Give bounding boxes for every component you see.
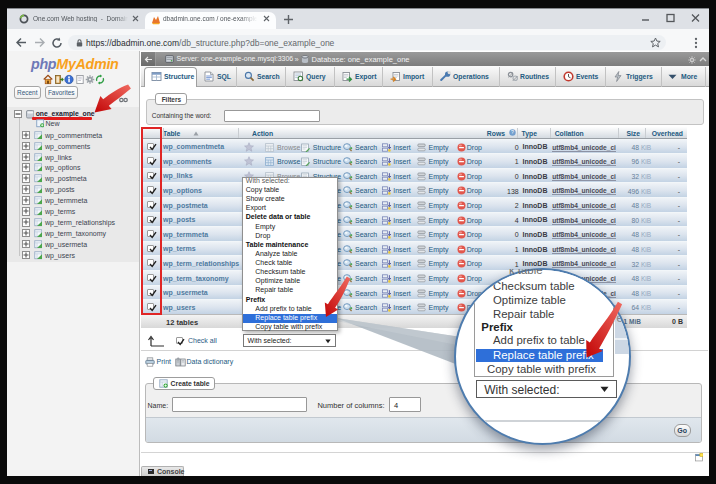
svg-text:?: ? <box>511 130 514 136</box>
